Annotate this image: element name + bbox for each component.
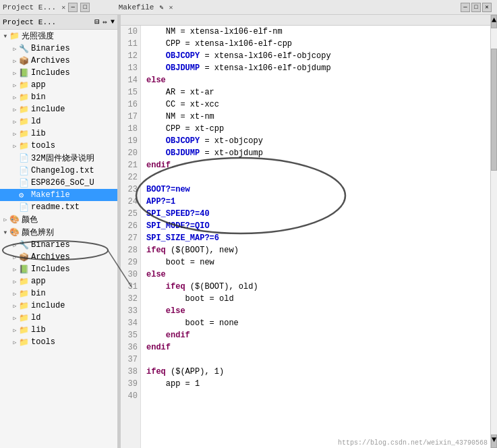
- tree-arrow[interactable]: ▷: [11, 82, 19, 88]
- minimize-icon[interactable]: ─: [68, 3, 78, 12]
- code-line-13: OBJDUMP = xtensa-lx106-elf-objdump: [146, 62, 490, 74]
- tree-item-makefile[interactable]: ⚙Makefile: [0, 189, 117, 201]
- tree-arrow[interactable]: ▷: [11, 107, 19, 113]
- tree-arrow[interactable]: ▷: [11, 254, 19, 260]
- window-close-btn[interactable]: ✕: [482, 3, 492, 12]
- tree-icon-folder: 📁: [19, 325, 30, 335]
- tree-icon-folder: 📁: [19, 301, 30, 311]
- tree-icon-folder: 📁: [19, 141, 30, 151]
- tree-item-archives[interactable]: ▷📦Archives: [0, 55, 117, 67]
- tree-arrow[interactable]: ▷: [11, 46, 19, 52]
- tree-item-changelog.txt[interactable]: 📄Changelog.txt: [0, 165, 117, 177]
- tree-icon-color: 🎨: [9, 215, 20, 225]
- tree-item-颜色[interactable]: ▷🎨颜色: [0, 213, 117, 226]
- sidebar-header: Project E... ⊟ ⇔ ▼: [0, 15, 117, 30]
- tree-icon-folder: 📁: [19, 277, 30, 287]
- window-minimize-btn[interactable]: ─: [461, 3, 470, 12]
- tree-label: Changelog.txt: [31, 166, 94, 175]
- tree-item-app[interactable]: ▷📁app: [0, 79, 117, 91]
- code-line-17: NM = xt-nm: [146, 111, 490, 123]
- code-line-14: else: [146, 74, 490, 86]
- scroll-thumb[interactable]: [491, 49, 497, 171]
- tree-item-binaries[interactable]: ▷🔧Binaries: [0, 43, 117, 55]
- tree-arrow[interactable]: ▷: [11, 339, 19, 345]
- tree-icon-makefile: ⚙: [19, 190, 30, 200]
- code-line-26: SPI_MODE?=QIO: [146, 220, 490, 232]
- tree-icon-file: 📄: [19, 166, 30, 176]
- tree-arrow[interactable]: ▷: [11, 315, 19, 321]
- tree-icon-includes: 📗: [19, 264, 30, 275]
- code-line-35: endif: [146, 329, 490, 341]
- tree-arrow[interactable]: ▷: [11, 327, 19, 333]
- code-line-34: boot = none: [146, 317, 490, 329]
- close-project-icon[interactable]: ✕: [61, 3, 65, 11]
- tree-label: tools: [31, 141, 55, 150]
- tree-item-ld[interactable]: ▷📁ld: [0, 115, 117, 128]
- project-explorer-tab[interactable]: Project E...: [3, 3, 56, 11]
- tree-arrow[interactable]: ▼: [1, 229, 9, 235]
- scroll-up-btn[interactable]: ▲: [491, 15, 497, 28]
- tree-item-includes[interactable]: ▷📗Includes: [0, 263, 117, 275]
- tree-label: app: [31, 277, 46, 286]
- tree-item-archives[interactable]: ▷📦Archives: [0, 251, 117, 263]
- tree-item-tools[interactable]: ▷📁tools: [0, 336, 117, 348]
- tree-arrow[interactable]: ▷: [11, 303, 19, 309]
- tree-arrow[interactable]: ▷: [1, 217, 9, 223]
- tree-item-光照强度[interactable]: ▼📁光照强度: [0, 30, 117, 43]
- tree-item-include[interactable]: ▷📁include: [0, 103, 117, 115]
- tree-arrow[interactable]: ▷: [11, 242, 19, 248]
- tree-arrow[interactable]: ▷: [11, 70, 19, 76]
- window-maximize-btn[interactable]: □: [471, 3, 481, 12]
- tree-icon-folder: 📁: [19, 289, 30, 299]
- tree-arrow[interactable]: ▷: [11, 143, 19, 149]
- tree-item-tools[interactable]: ▷📁tools: [0, 140, 117, 152]
- tree-arrow[interactable]: ▷: [11, 279, 19, 285]
- collapse-all-icon[interactable]: ⊟: [94, 17, 99, 27]
- tree-label: lib: [31, 325, 46, 335]
- close-tab-icon[interactable]: ✕: [169, 3, 173, 11]
- code-line-24: APP?=1: [146, 196, 490, 208]
- tree-icon-binaries: 🔧: [19, 240, 30, 250]
- code-line-23: BOOT?=new: [146, 184, 490, 196]
- code-line-25: SPI_SPEED?=40: [146, 208, 490, 220]
- tree-label: Archives: [31, 252, 70, 262]
- tree-label: Includes: [31, 68, 70, 78]
- link-with-editor-icon[interactable]: ⇔: [103, 18, 107, 26]
- tree-item-bin[interactable]: ▷📁bin: [0, 91, 117, 103]
- tree-icon-folder: 📁: [19, 117, 30, 127]
- code-line-22: [146, 171, 490, 184]
- tree-arrow[interactable]: ▼: [1, 33, 9, 39]
- tree-label: Makefile: [31, 190, 70, 200]
- tree-item-esp8266_soc_u[interactable]: 📄ESP8266_SoC_U: [0, 177, 117, 189]
- tree-item-lib[interactable]: ▷📁lib: [0, 128, 117, 140]
- tree-label: ESP8266_SoC_U: [31, 178, 94, 188]
- tree-item-binaries[interactable]: ▷🔧Binaries: [0, 239, 117, 251]
- vertical-scrollbar[interactable]: ▲ ▼: [490, 15, 497, 448]
- tree-item-app[interactable]: ▷📁app: [0, 275, 117, 287]
- tree-arrow[interactable]: ▷: [11, 94, 19, 101]
- view-menu-icon[interactable]: ▼: [111, 18, 115, 26]
- code-line-15: AR = xt-ar: [146, 86, 490, 99]
- tree-item-ld[interactable]: ▷📁ld: [0, 312, 117, 324]
- tree-item-readme.txt[interactable]: 📄readme.txt: [0, 201, 117, 213]
- tree-label: Binaries: [31, 44, 70, 53]
- tree-icon-file: 📄: [19, 202, 30, 213]
- tree-arrow[interactable]: ▷: [11, 131, 19, 137]
- scroll-down-btn[interactable]: ▼: [491, 435, 497, 448]
- tree-item-bin[interactable]: ▷📁bin: [0, 287, 117, 300]
- editor-area: 1011121314151617181920212223242526272829…: [121, 15, 490, 448]
- tree-arrow[interactable]: ▷: [11, 291, 19, 297]
- tree-item-32m固件烧录说明[interactable]: 📄32M固件烧录说明: [0, 152, 117, 165]
- tree-arrow[interactable]: ▷: [11, 58, 19, 64]
- tree-item-lib[interactable]: ▷📁lib: [0, 324, 117, 336]
- tree-arrow[interactable]: ▷: [11, 267, 19, 273]
- maximize-icon[interactable]: □: [80, 3, 90, 12]
- tree-label: ld: [31, 313, 40, 323]
- tree-icon-includes: 📗: [19, 68, 30, 78]
- code-area[interactable]: NM = xtensa-lx106-elf-nm CPP = xtensa-lx…: [141, 26, 490, 448]
- tree-item-颜色辨别[interactable]: ▼🎨颜色辨别: [0, 226, 117, 239]
- tree-item-includes[interactable]: ▷📗Includes: [0, 67, 117, 79]
- editor-content[interactable]: 1011121314151617181920212223242526272829…: [121, 26, 490, 448]
- tree-arrow[interactable]: ▷: [11, 119, 19, 125]
- tree-item-include[interactable]: ▷📁include: [0, 300, 117, 312]
